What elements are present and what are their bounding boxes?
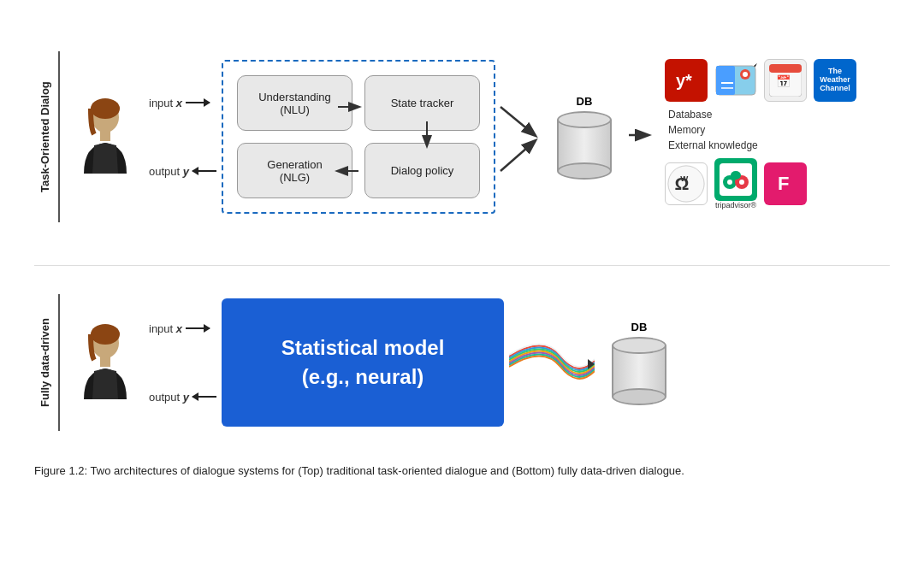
weather-icon: TheWeatherChannel: [814, 59, 856, 102]
db-label-bottom: DB: [631, 321, 648, 333]
svg-rect-24: [769, 64, 802, 73]
maps-icon: [714, 59, 757, 102]
input-arrow-top: [186, 102, 210, 103]
state-tracker-box: State tracker: [364, 75, 480, 131]
bottom-side-label: Fully data-driven: [34, 294, 60, 431]
db-info-text: Database Memory External knowledge: [668, 107, 758, 153]
bottom-section: Fully data-driven input x output y: [34, 273, 890, 452]
svg-text:F: F: [778, 173, 789, 194]
input-label-top: input x: [149, 97, 182, 109]
io-labels-bottom: input x output y: [149, 294, 216, 431]
db-top: DB: [557, 95, 612, 180]
divider: [34, 265, 890, 266]
svg-text:y*: y*: [676, 71, 692, 90]
input-row-top: input x: [149, 97, 216, 109]
tripadvisor-icon: [714, 158, 757, 201]
dashed-box: Understanding(NLU) State tracker Generat…: [222, 60, 495, 214]
yelp-icon: y*: [665, 59, 708, 102]
right-icons: y*: [665, 59, 856, 215]
svg-point-38: [91, 324, 120, 345]
avatar-top: [75, 98, 135, 175]
input-label-bottom: input x: [149, 322, 182, 335]
svg-point-34: [731, 171, 741, 180]
svg-point-1: [91, 98, 120, 119]
svg-point-20: [743, 72, 748, 77]
icons-row-top: y*: [665, 59, 856, 102]
svg-rect-39: [100, 355, 110, 367]
svg-text:W: W: [680, 174, 689, 183]
svg-point-33: [739, 180, 744, 185]
svg-line-11: [500, 141, 535, 171]
wikipedia-icon: Ω W: [665, 162, 708, 205]
output-label-top: output y: [149, 165, 189, 178]
output-label-bottom: output y: [149, 391, 189, 404]
svg-line-10: [500, 107, 535, 135]
statistical-model-box: Statistical model (e.g., neural): [222, 298, 504, 427]
output-row-top: output y: [149, 165, 216, 178]
calendar-icon: 📅: [764, 59, 807, 102]
db-label-top: DB: [577, 95, 593, 108]
svg-rect-2: [100, 129, 110, 141]
db-bottom: DB: [612, 321, 666, 405]
statistical-model-text: Statistical model (e.g., neural): [281, 333, 445, 391]
svg-text:📅: 📅: [776, 74, 791, 89]
top-section: Task-Oriented Dialog input x: [34, 17, 890, 256]
icons-row-info: Database Memory External knowledge: [668, 107, 856, 153]
db-cylinder-top: [557, 111, 612, 180]
input-row-bottom: input x: [149, 322, 216, 335]
dialog-policy-box: Dialog policy: [364, 143, 480, 198]
main-container: Task-Oriented Dialog input x: [0, 0, 924, 498]
icons-row-bottom: Ω W: [665, 158, 856, 209]
output-arrow-bottom: [192, 396, 216, 398]
top-side-label: Task-Oriented Dialog: [34, 51, 60, 222]
nlg-box: Generation(NLG): [237, 143, 352, 198]
io-labels-top: input x output y: [149, 68, 216, 205]
input-arrow-bottom: [186, 327, 210, 329]
cable-visual: [509, 327, 595, 398]
svg-point-32: [727, 180, 732, 185]
nlu-box: Understanding(NLU): [237, 75, 352, 131]
svg-rect-17: [716, 66, 735, 95]
output-row-bottom: output y: [149, 391, 216, 404]
avatar-bottom: [75, 324, 135, 401]
figure-caption: Figure 1.2: Two architectures of dialogu…: [34, 463, 890, 481]
output-arrow-top: [192, 170, 216, 172]
tripadvisor-container: tripadvisor®: [714, 158, 757, 209]
foursquare-icon: F: [764, 162, 807, 205]
tripadvisor-label: tripadvisor®: [715, 201, 756, 209]
db-cylinder-bottom: [612, 337, 666, 405]
